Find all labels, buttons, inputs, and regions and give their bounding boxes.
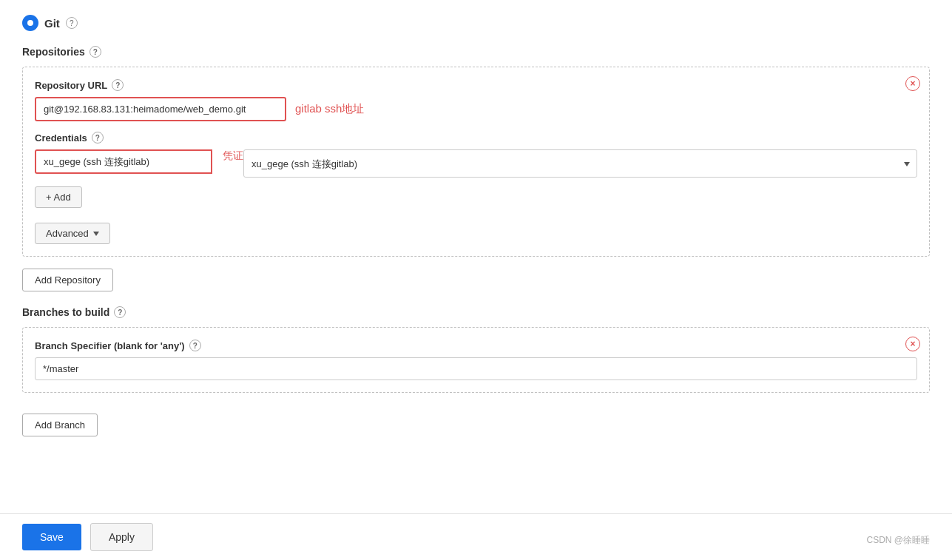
repo-url-input[interactable] bbox=[35, 97, 286, 121]
repo-url-annotation: gitlab ssh地址 bbox=[295, 102, 364, 116]
branches-to-build-label: Branches to build ? bbox=[22, 306, 930, 318]
git-header: Git ? bbox=[22, 15, 930, 31]
credentials-field-label: Credentials ? bbox=[35, 132, 917, 144]
git-circle-indicator bbox=[22, 15, 38, 31]
repo-url-row: gitlab ssh地址 bbox=[35, 97, 917, 121]
git-title: Git bbox=[44, 17, 60, 30]
add-label: + Add bbox=[46, 192, 71, 203]
repository-card: × Repository URL ? gitlab ssh地址 Credenti… bbox=[22, 67, 930, 257]
advanced-label: Advanced bbox=[46, 228, 89, 239]
watermark: CSDN @徐睡睡 bbox=[866, 534, 930, 547]
credentials-select-wrapper: xu_gege (ssh 连接gitlab) bbox=[243, 149, 917, 178]
credentials-combo-row: 凭证 xu_gege (ssh 连接gitlab) bbox=[35, 149, 917, 178]
git-help-icon[interactable]: ? bbox=[66, 17, 78, 29]
credentials-help-icon[interactable]: ? bbox=[92, 132, 104, 144]
branch-card: × Branch Specifier (blank for 'any') ? bbox=[22, 327, 930, 393]
repo-url-field-label: Repository URL ? bbox=[35, 79, 917, 91]
apply-button[interactable]: Apply bbox=[90, 523, 153, 551]
credentials-left-box bbox=[35, 149, 212, 178]
save-button[interactable]: Save bbox=[22, 524, 81, 550]
branch-specifier-help-icon[interactable]: ? bbox=[189, 340, 201, 351]
svg-point-0 bbox=[27, 20, 33, 26]
advanced-button[interactable]: Advanced bbox=[35, 223, 110, 244]
repositories-help-icon[interactable]: ? bbox=[90, 46, 101, 58]
credentials-section: Credentials ? 凭证 xu_gege (ssh 连接gitlab) bbox=[35, 132, 917, 208]
add-branch-button[interactable]: Add Branch bbox=[22, 414, 98, 436]
repo-url-help-icon[interactable]: ? bbox=[112, 79, 124, 91]
credentials-annotation: 凭证 bbox=[223, 149, 243, 178]
add-credentials-button[interactable]: + Add bbox=[35, 186, 82, 208]
add-branch-label: Add Branch bbox=[35, 419, 85, 431]
apply-label: Apply bbox=[109, 531, 135, 543]
save-label: Save bbox=[40, 531, 64, 543]
branch-specifier-field-label: Branch Specifier (blank for 'any') ? bbox=[35, 340, 917, 351]
credentials-input[interactable] bbox=[35, 149, 212, 174]
add-repository-button[interactable]: Add Repository bbox=[22, 269, 113, 291]
add-repository-label: Add Repository bbox=[35, 274, 101, 286]
advanced-chevron-icon bbox=[93, 232, 99, 236]
branches-help-icon[interactable]: ? bbox=[114, 306, 126, 318]
credentials-select[interactable]: xu_gege (ssh 连接gitlab) bbox=[243, 149, 917, 178]
repositories-label: Repositories ? bbox=[22, 46, 930, 58]
close-branch-button[interactable]: × bbox=[905, 337, 920, 351]
close-repo-button[interactable]: × bbox=[905, 76, 920, 91]
bottom-bar: Save Apply CSDN @徐睡睡 bbox=[0, 513, 952, 560]
branch-specifier-input[interactable] bbox=[35, 357, 917, 380]
